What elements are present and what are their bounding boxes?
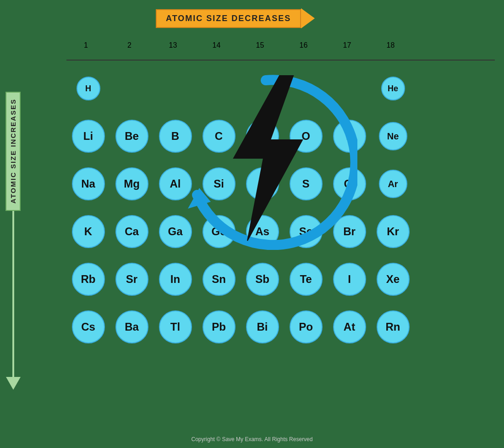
element-Tl: Tl <box>159 310 192 343</box>
banner-text: ATOMIC SIZE DECREASES <box>156 9 301 28</box>
period-5-row: Rb Sr In Sn Sb Te I Xe <box>66 257 497 301</box>
cell-Rn: Rn <box>371 310 415 343</box>
periodic-table-grid: H He Li Be B C N O F <box>66 66 497 353</box>
left-arrow-shaft <box>12 211 14 377</box>
group-18: 18 <box>369 41 412 50</box>
copyright-text: Copyright © Save My Exams. All Rights Re… <box>0 436 504 442</box>
period-6-row: Cs Ba Tl Pb Bi Po At Rn <box>66 305 497 349</box>
cell-At: At <box>328 310 371 343</box>
group-15: 15 <box>238 41 282 50</box>
element-Br: Br <box>333 215 366 248</box>
cell-Ga: Ga <box>153 215 197 248</box>
element-K: K <box>72 215 105 248</box>
element-Po: Po <box>290 310 323 343</box>
cell-Tl: Tl <box>153 310 197 343</box>
element-Se: Se <box>290 215 323 248</box>
element-Rb: Rb <box>72 263 105 296</box>
cell-Kr: Kr <box>371 215 415 248</box>
element-N: N <box>246 120 279 153</box>
cell-P: P <box>241 167 284 200</box>
element-I: I <box>333 263 366 296</box>
cell-Bi: Bi <box>241 310 284 343</box>
element-H: H <box>77 77 100 100</box>
cell-Mg: Mg <box>110 167 153 200</box>
period-2-row: Li Be B C N O F Ne <box>66 114 497 158</box>
cell-S: S <box>284 167 328 200</box>
element-Ga: Ga <box>159 215 192 248</box>
cell-F: F <box>328 120 371 153</box>
element-Pb: Pb <box>203 310 236 343</box>
cell-Xe: Xe <box>371 263 415 296</box>
cell-K: K <box>66 215 110 248</box>
element-S: S <box>290 167 323 200</box>
element-Sr: Sr <box>115 263 148 296</box>
cell-I: I <box>328 263 371 296</box>
element-Kr: Kr <box>377 215 410 248</box>
element-Mg: Mg <box>115 167 148 200</box>
cell-Ne: Ne <box>371 122 415 150</box>
cell-C: C <box>197 120 241 153</box>
cell-O: O <box>284 120 328 153</box>
cell-Se: Se <box>284 215 328 248</box>
cell-Li: Li <box>66 120 110 153</box>
cell-As: As <box>241 215 284 248</box>
period-4-row: K Ca Ga Ge As Se Br Kr <box>66 210 497 254</box>
element-Rn: Rn <box>377 310 410 343</box>
element-Cl: Cl <box>333 167 366 200</box>
cell-Be: Be <box>110 120 153 153</box>
cell-He: He <box>371 77 415 100</box>
group-17: 17 <box>325 41 369 50</box>
element-Ar: Ar <box>379 170 407 198</box>
cell-N: N <box>241 120 284 153</box>
element-Bi: Bi <box>246 310 279 343</box>
cell-In: In <box>153 263 197 296</box>
cell-Ca: Ca <box>110 215 153 248</box>
element-Ca: Ca <box>115 215 148 248</box>
element-As: As <box>246 215 279 248</box>
period-1-row: H He <box>66 66 497 111</box>
atomic-size-increases-label: ATOMIC SIZE INCREASES <box>5 92 21 390</box>
cell-Sn: Sn <box>197 263 241 296</box>
atomic-size-decreases-banner: ATOMIC SIZE DECREASES <box>156 8 315 28</box>
element-O: O <box>290 120 323 153</box>
cell-Cs: Cs <box>66 310 110 343</box>
element-F: F <box>333 120 366 153</box>
cell-Br: Br <box>328 215 371 248</box>
element-Be: Be <box>115 120 148 153</box>
element-Ge: Ge <box>203 215 236 248</box>
element-Al: Al <box>159 167 192 200</box>
element-Li: Li <box>72 120 105 153</box>
group-14: 14 <box>195 41 238 50</box>
group-1: 1 <box>64 41 108 50</box>
element-C: C <box>203 120 236 153</box>
element-Ba: Ba <box>115 310 148 343</box>
cell-Po: Po <box>284 310 328 343</box>
element-Sb: Sb <box>246 263 279 296</box>
cell-Pb: Pb <box>197 310 241 343</box>
cell-Sb: Sb <box>241 263 284 296</box>
banner-arrow <box>301 8 315 28</box>
header-line <box>66 60 495 61</box>
element-Ne: Ne <box>379 122 407 150</box>
cell-Ba: Ba <box>110 310 153 343</box>
element-He: He <box>381 77 405 100</box>
cell-H: H <box>66 77 110 100</box>
cell-Al: Al <box>153 167 197 200</box>
element-B: B <box>159 120 192 153</box>
cell-Rb: Rb <box>66 263 110 296</box>
cell-Ge: Ge <box>197 215 241 248</box>
cell-Te: Te <box>284 263 328 296</box>
element-In: In <box>159 263 192 296</box>
cell-B: B <box>153 120 197 153</box>
cell-Ar: Ar <box>371 170 415 198</box>
element-Si: Si <box>203 167 236 200</box>
cell-Cl: Cl <box>328 167 371 200</box>
element-Xe: Xe <box>377 263 410 296</box>
cell-Si: Si <box>197 167 241 200</box>
group-numbers-row: 1 2 13 14 15 16 17 18 <box>64 41 495 50</box>
element-P: P <box>246 167 279 200</box>
cell-Sr: Sr <box>110 263 153 296</box>
group-13: 13 <box>151 41 195 50</box>
element-At: At <box>333 310 366 343</box>
element-Te: Te <box>290 263 323 296</box>
